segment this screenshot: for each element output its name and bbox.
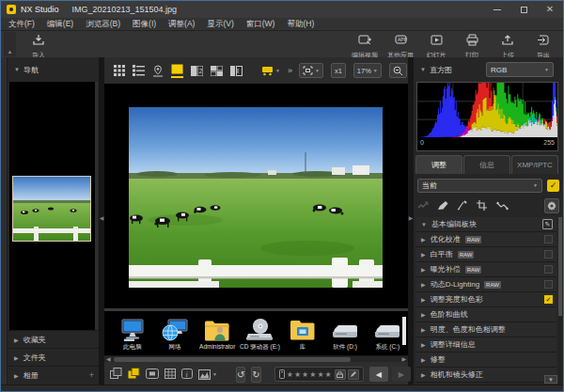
filmstrip-item-libraries[interactable]: 库: [282, 314, 322, 355]
menu-item-7[interactable]: 帮助(H): [287, 19, 314, 30]
zoom-1x-button[interactable]: x1: [331, 63, 346, 78]
minimize-button[interactable]: [484, 1, 510, 18]
next-image-button[interactable]: ▶: [392, 367, 411, 382]
rotate-right-button[interactable]: ↻: [251, 367, 260, 383]
menu-item-3[interactable]: 图像(I): [133, 19, 156, 30]
adjust-section-4[interactable]: ▶动态D-LightingRAW: [415, 277, 556, 292]
rating-widget[interactable]: ★★★★★★: [274, 367, 364, 382]
picker-tool-icon[interactable]: [457, 197, 468, 214]
single-image-view-button[interactable]: [171, 64, 183, 78]
right-panel-scrollbar[interactable]: [558, 217, 562, 384]
section-checkbox-checked[interactable]: ✓: [544, 295, 553, 304]
tab-info[interactable]: 信息: [463, 155, 510, 174]
sidebar-item-favorites[interactable]: ▶ 收藏夹: [8, 330, 99, 348]
previous-image-button[interactable]: ◀: [369, 367, 388, 382]
filmstrip-item-this-pc[interactable]: 此电脑: [112, 314, 152, 355]
import-button[interactable]: 导入: [24, 33, 54, 60]
copy-adjustments-icon[interactable]: [417, 197, 429, 214]
histogram-overlay-button[interactable]: ▼: [198, 369, 217, 380]
navigation-scrollbar[interactable]: [95, 82, 98, 330]
zoom-percent-select[interactable]: 17% ▼: [353, 63, 382, 78]
list-view-button[interactable]: [133, 64, 145, 78]
adjust-section-10[interactable]: ▶相机和镜头修正: [415, 368, 556, 383]
filmstrip-item-administrator[interactable]: Administrator: [197, 314, 238, 355]
histogram-channel-select[interactable]: RGB ▼: [486, 62, 554, 77]
menu-item-5[interactable]: 显示(V): [207, 19, 233, 30]
tab-xmp-iptc[interactable]: XMP/IPTC: [511, 155, 558, 174]
fit-frame-button[interactable]: [146, 366, 159, 383]
title-bar[interactable]: NX Studio IMG_20210213_151504.jpg ✕: [1, 1, 563, 18]
photo-canvas[interactable]: [129, 107, 383, 288]
single-pane-button[interactable]: [110, 366, 122, 383]
window-footer: [1, 384, 563, 391]
grid-view-button[interactable]: [114, 64, 125, 78]
edit-list-icon[interactable]: ✎: [542, 219, 553, 229]
star-rating[interactable]: ★★★★★★: [287, 370, 333, 379]
adjustments-preset-select[interactable]: 当前 ▼: [417, 179, 542, 193]
filmstrip-scrollbar[interactable]: ◀ ▶: [104, 355, 408, 362]
adjust-section-3[interactable]: ▶曝光补偿RAW: [415, 262, 556, 277]
filmstrip-item-network[interactable]: 网络: [154, 314, 195, 355]
two-up-view-button[interactable]: 2: [191, 64, 203, 78]
section-checkbox[interactable]: [544, 250, 553, 259]
grid-overlay-button[interactable]: [164, 366, 176, 383]
navigation-panel-header[interactable]: ▼ 导航: [8, 57, 99, 82]
upload-button[interactable]: 上传: [492, 33, 524, 60]
section-checkbox[interactable]: [544, 280, 553, 289]
add-album-icon[interactable]: +: [89, 370, 94, 380]
adjust-section-0[interactable]: ▼基本编辑板块✎: [415, 217, 556, 232]
adjust-section-2[interactable]: ▶白平衡RAW: [415, 247, 556, 262]
export-button[interactable]: 导出: [527, 33, 559, 60]
fit-to-screen-button[interactable]: ▼: [299, 63, 323, 78]
tab-adjustments[interactable]: 调整: [415, 155, 462, 174]
straighten-tool-icon[interactable]: [496, 197, 509, 214]
maximize-button[interactable]: [510, 1, 537, 18]
navigation-thumbnail[interactable]: [12, 176, 91, 242]
adjust-section-9[interactable]: ▶修整: [415, 353, 556, 368]
zoom-out-button[interactable]: [389, 63, 407, 78]
toolbar-collapse-button[interactable]: ▲: [4, 32, 16, 56]
adjust-section-6[interactable]: ▶色阶和曲线: [415, 307, 556, 322]
info-overlay-button[interactable]: i: [181, 366, 193, 383]
adjust-section-7[interactable]: ▶明度、色度和色相调整: [415, 322, 556, 337]
other-apps-button[interactable]: APP 其他应用: [384, 33, 416, 60]
adjust-section-1[interactable]: ▶优化校准RAW: [415, 232, 556, 247]
compare-view-button[interactable]: [230, 64, 243, 78]
menu-item-2[interactable]: 浏览器(B): [86, 19, 120, 30]
thumbnail-tray-button[interactable]: ▼: [261, 64, 280, 78]
more-tools-chevrons[interactable]: »: [288, 66, 291, 75]
adjust-section-5[interactable]: ▶调整亮度和色彩✓: [415, 292, 556, 307]
show-filmstrip-button[interactable]: [128, 366, 140, 383]
section-checkbox[interactable]: [544, 265, 553, 274]
scroll-down-button[interactable]: ▼: [544, 375, 557, 384]
image-viewer[interactable]: [104, 84, 408, 308]
filmstrip-item-drive-d[interactable]: 软件 (D:): [324, 314, 365, 355]
settings-gear-button[interactable]: [544, 198, 559, 213]
svg-text:2: 2: [199, 68, 203, 74]
menu-item-4[interactable]: 调整(A): [168, 19, 195, 30]
next-thumbnail-edge[interactable]: [402, 317, 406, 345]
section-checkbox[interactable]: [544, 235, 553, 243]
protect-button[interactable]: [335, 369, 346, 380]
edit-video-button[interactable]: 编辑视频: [349, 33, 381, 60]
edit-label-button[interactable]: [348, 369, 359, 380]
menu-item-1[interactable]: 编辑(E): [47, 19, 73, 30]
retouch-brush-icon[interactable]: [437, 197, 448, 214]
sidebar-item-folders[interactable]: ▶ 文件夹: [8, 348, 99, 366]
rotate-left-button[interactable]: ↺: [236, 367, 245, 383]
print-button[interactable]: 打印: [456, 33, 488, 60]
menu-item-0[interactable]: 文件(F): [8, 19, 35, 30]
close-button[interactable]: ✕: [537, 1, 563, 18]
chevron-right-icon: ▶: [421, 311, 426, 318]
sidebar-item-albums[interactable]: ▶ 相册 +: [8, 366, 99, 384]
adjust-section-8[interactable]: ▶调整详细信息: [415, 337, 556, 353]
right-panel-scrollbar-thumb[interactable]: [558, 217, 562, 316]
apply-adjustments-checkbox[interactable]: ✓: [547, 180, 559, 192]
crop-tool-icon[interactable]: [477, 197, 488, 214]
histogram-header[interactable]: ▼ 直方图 RGB ▼: [414, 57, 563, 82]
map-view-button[interactable]: [152, 64, 164, 78]
slideshow-button[interactable]: 幻灯片: [420, 33, 452, 60]
multi-view-button[interactable]: [211, 64, 223, 78]
filmstrip-item-cd-drive[interactable]: CD 驱动器 (E:): [240, 314, 280, 355]
menu-item-6[interactable]: 窗口(W): [246, 19, 275, 30]
